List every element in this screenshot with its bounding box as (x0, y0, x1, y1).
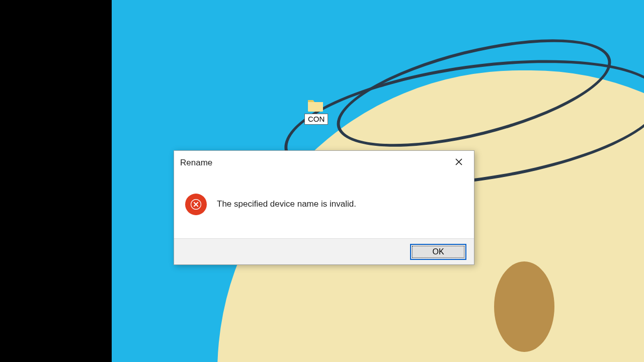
close-button[interactable] (449, 155, 469, 171)
ok-button[interactable]: OK (410, 244, 466, 260)
error-x-icon (185, 194, 207, 215)
dialog-body: The specified device name is invalid. (174, 179, 474, 229)
close-icon (455, 158, 463, 168)
dialog-footer: OK (174, 238, 474, 264)
folder-icon (307, 98, 324, 113)
folder-rename-input[interactable]: CON (304, 114, 328, 125)
dialog-message: The specified device name is invalid. (217, 199, 356, 209)
letterbox-left (0, 0, 112, 362)
desktop-folder[interactable]: CON (304, 98, 327, 134)
dialog-title: Rename (180, 158, 212, 168)
desktop-screenshot: CON Rename The specified device name is … (0, 0, 644, 362)
rename-error-dialog: Rename The specified device name is inva… (174, 150, 474, 265)
